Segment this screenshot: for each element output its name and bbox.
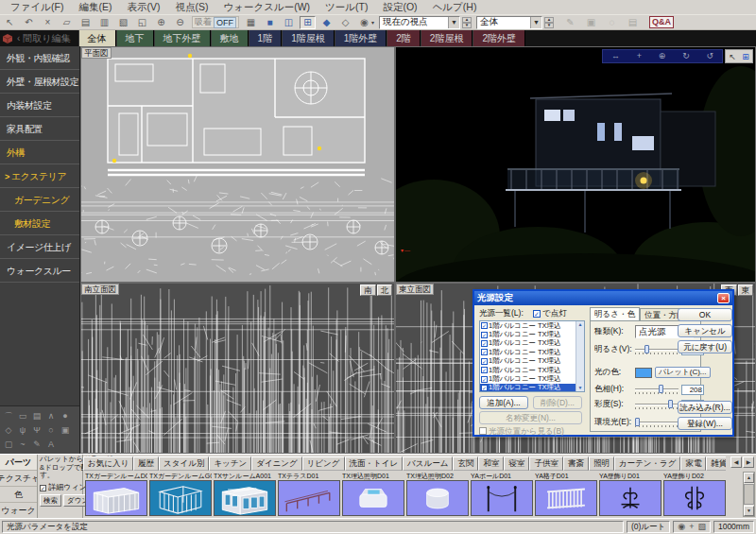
palette-button[interactable]: パレット(C)... [655, 367, 711, 378]
toolbar-icon[interactable]: ◱ [134, 16, 150, 29]
lattice-fence-icon[interactable] [535, 480, 597, 516]
palette-mode-tab[interactable]: ウォーク [0, 503, 37, 519]
sidebar-tool-icon[interactable]: ▤ [30, 409, 43, 422]
sidebar-item[interactable]: 家具配置 [0, 117, 79, 141]
cursor-icon[interactable]: ↖ [729, 52, 736, 61]
sidebar-tool-icon[interactable]: Ψ [30, 423, 43, 437]
light-list-item[interactable]: ✓1階バルコニー TX埋込 [480, 366, 584, 374]
sunroom-icon[interactable] [214, 480, 276, 516]
scroll-up-icon[interactable]: ▲ [578, 321, 583, 328]
light-list-item[interactable]: ✓1階バルコニー TX埋込 [480, 339, 584, 348]
category-tab[interactable]: 家電 [680, 456, 706, 471]
part-item[interactable]: TXテラスD01 [278, 472, 340, 518]
dialog-title-bar[interactable]: 光源設定 × [474, 291, 732, 305]
close-icon[interactable]: × [717, 293, 730, 303]
category-tab[interactable]: 洗面・トイレ [345, 456, 404, 471]
wall-ornament-a-icon[interactable] [599, 480, 662, 516]
part-item[interactable]: YAポールD01 [471, 472, 533, 518]
maximize-icon[interactable]: ⊞ [742, 52, 749, 61]
list-scrollbar[interactable]: ▲▼ [576, 321, 584, 391]
toolbar-icon[interactable]: ↖ [2, 16, 18, 29]
light-source-list[interactable]: ✓1階バルコニー TX埋込✓1階バルコニー TX埋込✓1階バルコニー TX埋込✓… [479, 320, 585, 392]
toolbar-icon[interactable]: ▧ [115, 16, 131, 29]
light-list-item[interactable]: ✓1階バルコニー TX埋込 [480, 357, 584, 366]
scope-spinner[interactable]: ▲▼ [544, 17, 554, 28]
chevron-down-icon[interactable]: ▼ [530, 17, 541, 28]
menu-item[interactable]: 編集(E) [72, 1, 118, 14]
direction-button[interactable]: 南 [360, 284, 376, 296]
garden-room-a-icon[interactable] [85, 480, 147, 516]
palette-mode-tab[interactable]: パーツ [0, 455, 37, 471]
category-tab[interactable]: 書斎 [563, 456, 589, 471]
checkbox-checked-icon[interactable]: ✓ [533, 310, 541, 318]
plan-viewport[interactable]: 平面図 [80, 46, 395, 283]
register-button[interactable]: 登録(W)... [678, 417, 732, 430]
menu-item[interactable]: ヘルプ(H) [426, 1, 484, 14]
cancel-button[interactable]: キャンセル [678, 324, 732, 337]
checkbox-checked-icon[interactable]: ✓ [481, 332, 488, 338]
viewpoint-spinner[interactable]: ▲▼ [462, 17, 472, 28]
nav-icon[interactable]: ↔ [611, 50, 620, 62]
terrace-icon[interactable] [278, 480, 340, 516]
sidebar-item[interactable]: 内装材設定 [0, 94, 79, 117]
hue-value[interactable]: 208 [681, 385, 704, 395]
light-list-item[interactable]: ✓1階バルコニー TX埋込 [480, 348, 584, 356]
floor-tab[interactable]: 1階 [249, 30, 283, 46]
chevron-down-icon[interactable]: ▼ [448, 17, 459, 28]
toolbar-view-icon[interactable]: ◇ [337, 16, 353, 29]
sidebar-item[interactable]: ガーデニング [0, 188, 79, 212]
checkbox-checked-icon[interactable]: ✓ [481, 349, 488, 355]
revert-button[interactable]: 元に戻す(U) [678, 340, 732, 353]
category-tab[interactable]: スタイル別 [159, 456, 209, 471]
checkbox-checked-icon[interactable]: ✓ [481, 322, 488, 329]
checkbox-checked-icon[interactable]: ✓ [481, 340, 488, 347]
scroll-down-icon[interactable]: ▼ [578, 385, 583, 391]
slider-thumb[interactable] [668, 400, 673, 408]
floor-tab[interactable]: 2階屋根 [421, 30, 473, 46]
menu-item[interactable]: 設定(O) [376, 1, 423, 14]
sidebar-item[interactable]: 敷材設定 [0, 212, 79, 235]
category-tab[interactable]: 履歴 [133, 456, 159, 471]
direction-button[interactable]: 北 [377, 284, 393, 296]
toolbar-icon[interactable]: × [40, 16, 56, 29]
qa-button[interactable]: Q&A [649, 16, 674, 28]
checkbox-checked-icon[interactable]: ✓ [481, 358, 488, 365]
status-icon[interactable]: ◉ [678, 522, 685, 532]
light-list-item[interactable]: ✓1階バルコニー TX埋込 [480, 374, 584, 383]
sidebar-item[interactable]: 外壁・屋根材設定 [0, 70, 79, 94]
ambient-slider[interactable] [635, 418, 679, 428]
category-tab[interactable]: 寝室 [504, 456, 529, 471]
sidebar-tool-icon[interactable]: A [44, 438, 58, 451]
part-item[interactable]: TX埋込照明D01 [342, 472, 404, 518]
part-item[interactable]: TXガーデンルームD01 [85, 472, 147, 518]
toolbar-icon[interactable]: ▱ [59, 16, 75, 29]
light-list-item[interactable]: ✓1階バルコニー TX埋込 [480, 384, 584, 392]
part-item[interactable]: YA壁飾りD01 [599, 472, 662, 518]
toolbar-view-icon[interactable]: ◉ [356, 16, 372, 29]
category-tab[interactable]: キッチン [209, 456, 251, 471]
direction-button[interactable]: 東 [738, 284, 754, 296]
palette-mode-tab[interactable]: 色 [0, 487, 37, 503]
sidebar-tool-icon[interactable]: ▢ [2, 438, 15, 451]
snap-toggle[interactable]: 吸着 OFF [192, 16, 239, 28]
floor-tab[interactable]: 地下 [116, 30, 154, 46]
sidebar-item[interactable]: イメージ仕上げ [0, 235, 79, 259]
category-tab[interactable]: 和室 [478, 456, 504, 471]
nav-icon[interactable]: ↺ [707, 50, 714, 62]
scroll-right-icon[interactable]: ▶ [743, 456, 754, 468]
toolbar-view-icon[interactable]: ⊞ [300, 16, 316, 29]
wall-ornament-b-icon[interactable] [663, 480, 726, 516]
sidebar-tool-icon[interactable]: ▭ [16, 409, 29, 422]
saturation-slider[interactable] [635, 400, 679, 410]
toolbar-view-icon[interactable]: ◫ [281, 16, 297, 29]
light-list-item[interactable]: ✓1階バルコニー TX埋込 [480, 321, 584, 330]
sidebar-item[interactable]: 外構 [0, 141, 79, 164]
render-dropdown-caret[interactable]: ▾ [371, 19, 374, 26]
scroll-left-icon[interactable]: ◀ [730, 456, 742, 468]
floor-tab[interactable]: 地下外壁 [154, 30, 211, 46]
sidebar-tool-icon[interactable]: ∧ [44, 409, 58, 422]
menu-item[interactable]: ウォークスルー(W) [216, 1, 317, 14]
checkbox-checked-icon[interactable]: ✓ [481, 367, 488, 373]
category-tab[interactable]: 雑貨・小物収納 [706, 456, 726, 471]
floor-tab[interactable]: 敷地 [211, 30, 249, 46]
